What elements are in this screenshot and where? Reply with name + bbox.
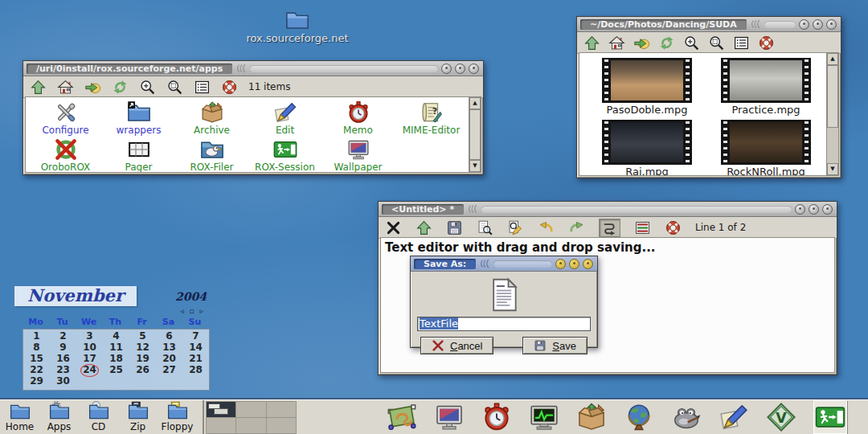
file-item[interactable]: Edit <box>248 100 321 136</box>
panel-launcher-draw[interactable] <box>387 402 417 432</box>
calendar-day[interactable]: 26 <box>129 365 156 376</box>
calendar-day[interactable]: 10 <box>76 342 103 354</box>
file-item[interactable]: Memo <box>321 100 395 136</box>
calendar-day[interactable]: 6 <box>156 331 182 342</box>
calendar-day[interactable]: 28 <box>182 365 209 376</box>
list-view-icon[interactable] <box>194 79 211 96</box>
scroll-thumb[interactable] <box>827 65 838 128</box>
calendar-day[interactable]: 20 <box>156 354 182 365</box>
calendar-day[interactable]: 21 <box>182 354 209 365</box>
file-item[interactable]: wrappers <box>102 100 175 136</box>
zoom-in-icon[interactable] <box>139 79 156 96</box>
maximize-button[interactable] <box>813 19 823 30</box>
calendar-day[interactable]: 30 <box>50 376 76 387</box>
calendar-day[interactable]: 4 <box>103 331 129 342</box>
scroll-down-icon[interactable]: ▼ <box>469 160 481 172</box>
titlebar[interactable]: <Untitled> * <box>379 202 837 217</box>
panel-launcher-memo[interactable] <box>481 402 512 432</box>
panel-shortcut-home[interactable]: Home <box>0 401 39 432</box>
workspace-cell[interactable] <box>236 418 265 433</box>
maximize-button[interactable] <box>809 204 819 215</box>
panel-launcher-gimp[interactable] <box>671 402 702 432</box>
panel-shortcut-floppy[interactable]: Floppy <box>158 401 197 432</box>
up-icon[interactable] <box>30 79 47 96</box>
calendar-day[interactable]: 19 <box>129 354 156 365</box>
video-file-item[interactable]: PasoDoble.mpg <box>588 56 706 116</box>
calendar-day[interactable]: 22 <box>23 365 50 376</box>
zoom-normal-icon[interactable] <box>166 79 183 96</box>
panel-launcher-vim[interactable] <box>766 402 796 432</box>
workspace-cell[interactable] <box>267 418 296 433</box>
file-item[interactable]: Wallpaper <box>321 137 395 172</box>
panel-launcher-logout[interactable] <box>813 400 847 434</box>
close-button[interactable] <box>826 19 837 30</box>
panel-shortcut-zip[interactable]: Zip <box>118 401 158 432</box>
home-icon[interactable] <box>57 79 74 96</box>
find-replace-icon[interactable] <box>507 219 524 236</box>
scroll-up-icon[interactable]: ▲ <box>469 97 481 109</box>
scroll-track[interactable] <box>469 109 481 160</box>
calendar-day[interactable]: 13 <box>156 342 182 354</box>
panel-shortcut-apps[interactable]: Apps <box>39 401 79 432</box>
zoom-normal-icon[interactable] <box>708 35 725 51</box>
maximize-button[interactable] <box>455 63 465 74</box>
calendar-day[interactable]: 15 <box>23 354 50 365</box>
panel-launcher-archive[interactable] <box>576 402 607 432</box>
workspace-cell-active[interactable] <box>207 402 235 417</box>
list-view-icon[interactable] <box>733 35 750 51</box>
calendar-day[interactable]: 27 <box>156 365 182 376</box>
scrollbar[interactable]: ▲ ▼ <box>469 97 481 172</box>
home-icon[interactable] <box>608 35 625 51</box>
file-item[interactable]: ROX-Session <box>248 137 321 172</box>
calendar-day[interactable]: 9 <box>50 342 76 354</box>
calendar-day[interactable]: 25 <box>103 365 129 376</box>
up-icon[interactable] <box>583 35 600 51</box>
maximize-button[interactable] <box>569 259 579 269</box>
calendar-day[interactable]: 3 <box>76 331 103 342</box>
file-item[interactable]: MIME-Editor <box>395 100 468 136</box>
find-icon[interactable] <box>477 219 493 236</box>
panel-launcher-wallpaper[interactable] <box>434 402 465 432</box>
file-item[interactable]: OroboROX <box>29 137 102 172</box>
refresh-icon[interactable] <box>658 35 675 51</box>
calendar-day[interactable] <box>76 376 103 387</box>
refresh-icon[interactable] <box>112 79 129 96</box>
word-wrap-icon[interactable] <box>599 219 620 237</box>
scrollbar[interactable]: ▲ ▼ <box>826 53 838 175</box>
filename-input[interactable]: TextFile <box>417 317 591 331</box>
file-item[interactable]: Archive <box>175 100 248 136</box>
calendar-day[interactable] <box>129 376 156 387</box>
scroll-track[interactable] <box>827 65 838 163</box>
workspace-cell[interactable] <box>207 418 235 433</box>
close-button[interactable] <box>583 259 593 269</box>
calendar-day[interactable] <box>182 376 209 387</box>
workspace-cell[interactable] <box>236 402 265 417</box>
scroll-down-icon[interactable]: ▼ <box>827 163 838 175</box>
panel-launcher-system-monitor[interactable] <box>529 402 559 432</box>
file-item[interactable]: Pager <box>102 137 175 172</box>
calendar-day[interactable]: 14 <box>182 342 209 354</box>
workspace-cell[interactable] <box>267 402 296 417</box>
workspace-pager[interactable] <box>206 401 297 434</box>
calendar-day[interactable]: 23 <box>50 365 76 376</box>
calendar-day[interactable]: 12 <box>129 342 156 354</box>
save-icon[interactable] <box>446 219 463 236</box>
calendar-day[interactable]: 17 <box>76 354 103 365</box>
titlebar-grip[interactable] <box>250 65 438 72</box>
zoom-in-icon[interactable] <box>683 35 700 51</box>
titlebar[interactable]: ~/Docs/Photos/Dancing/SUDA <box>577 17 841 32</box>
undo-icon[interactable] <box>538 219 555 236</box>
video-file-item[interactable]: Rai.mpg <box>588 118 706 175</box>
iconify-button[interactable] <box>441 63 452 74</box>
scroll-up-icon[interactable]: ▲ <box>827 53 838 65</box>
close-icon[interactable] <box>385 219 402 236</box>
up-icon[interactable] <box>416 219 432 236</box>
help-icon[interactable] <box>758 35 775 51</box>
calendar-day[interactable]: 1 <box>23 331 50 342</box>
titlebar-grip[interactable] <box>481 206 792 213</box>
scroll-thumb[interactable] <box>469 109 481 160</box>
calendar-day[interactable]: 16 <box>50 354 76 365</box>
calendar-day[interactable]: 24 <box>76 365 103 376</box>
panel-launcher-globe[interactable] <box>624 402 654 432</box>
close-button[interactable] <box>469 63 479 74</box>
